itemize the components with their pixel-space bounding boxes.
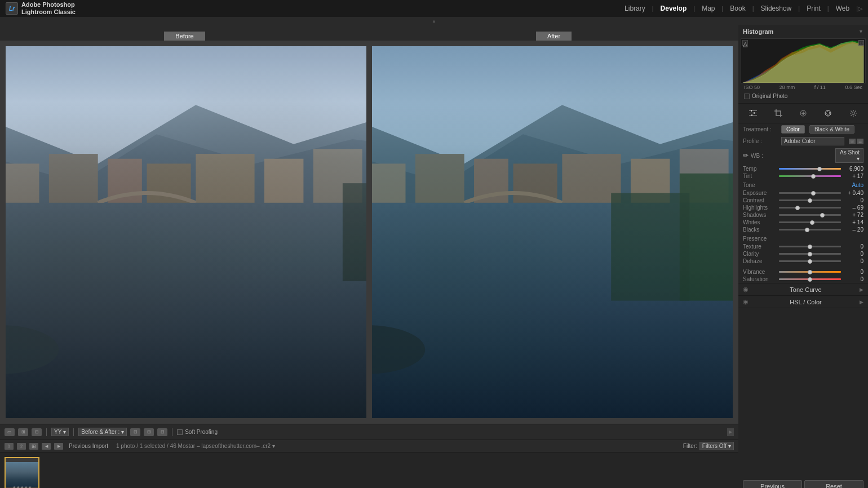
- soft-proofing-check[interactable]: [177, 429, 183, 435]
- toolbar-separator-1: [46, 428, 47, 436]
- texture-thumb[interactable]: [808, 245, 812, 249]
- compare-icon-1[interactable]: ⊡: [130, 428, 140, 436]
- highlights-thumb[interactable]: [795, 206, 800, 210]
- wb-section: ✏ WB : As Shot ▾: [738, 147, 868, 165]
- filter-dropdown[interactable]: Filters Off ▾: [699, 442, 734, 450]
- temp-slider[interactable]: [779, 168, 841, 170]
- clarity-slider[interactable]: [779, 253, 841, 255]
- after-photo-svg: [372, 46, 733, 418]
- wb-row: ✏ WB : As Shot ▾: [743, 148, 863, 163]
- svg-rect-5: [49, 154, 98, 203]
- tone-curve-eye-icon[interactable]: ◉: [743, 286, 752, 293]
- dehaze-label: Dehaze: [743, 258, 777, 264]
- texture-label: Texture: [743, 243, 777, 250]
- vibrance-slider[interactable]: [779, 271, 841, 273]
- crop-tool[interactable]: [771, 107, 786, 119]
- tint-thumb[interactable]: [811, 174, 816, 179]
- saturation-thumb[interactable]: [808, 277, 812, 282]
- histogram-warning-icons: △: [742, 40, 748, 46]
- before-label[interactable]: Before: [164, 32, 205, 41]
- original-photo-check[interactable]: [744, 94, 750, 99]
- histogram-expand-icon[interactable]: ▼: [858, 29, 863, 34]
- filmstrip-view-1[interactable]: 1: [5, 443, 14, 450]
- highlight-warning-icon[interactable]: △: [742, 40, 748, 46]
- treatment-color-btn[interactable]: Color: [781, 125, 805, 134]
- histogram-shutter: 0.6 Sec: [845, 85, 862, 90]
- view-mode-icon-2[interactable]: ⊞: [18, 428, 28, 436]
- tone-auto-btn[interactable]: Auto: [852, 182, 863, 188]
- dehaze-thumb[interactable]: [808, 259, 812, 264]
- shadows-slider[interactable]: [779, 214, 841, 216]
- temp-thumb[interactable]: [817, 167, 822, 171]
- hsl-eye-icon[interactable]: ◉: [743, 298, 752, 305]
- hsl-collapse-icon[interactable]: ▶: [860, 299, 863, 305]
- filmstrip-grid-btn[interactable]: ⊞: [29, 443, 38, 450]
- compare-icon-2[interactable]: ⊞: [144, 428, 154, 436]
- filmstrip-thumb-1[interactable]: ★ ★ ★ ★ ★: [5, 457, 39, 489]
- soft-proofing-checkbox[interactable]: Soft Proofing: [177, 429, 218, 435]
- heal-tool[interactable]: [796, 107, 811, 119]
- whites-thumb[interactable]: [810, 220, 814, 225]
- compare-icon-3[interactable]: ⊟: [157, 428, 167, 436]
- vibrance-slider-row: Vibrance 0: [738, 268, 868, 276]
- wb-value-dropdown[interactable]: As Shot ▾: [835, 148, 863, 163]
- nav-book[interactable]: Book: [723, 5, 752, 12]
- masking-tool[interactable]: [821, 107, 835, 119]
- nav-expand-icon[interactable]: ▷: [858, 5, 862, 12]
- zoom-dropdown[interactable]: YY ▾: [51, 428, 69, 436]
- nav-develop[interactable]: Develop: [654, 5, 694, 12]
- thumb-image-1: [6, 462, 38, 487]
- contrast-thumb[interactable]: [808, 198, 812, 203]
- vibrance-thumb[interactable]: [808, 270, 812, 274]
- previous-button[interactable]: Previous: [743, 480, 802, 488]
- histogram-chart: △ □: [741, 38, 866, 83]
- shadows-thumb[interactable]: [820, 213, 825, 218]
- histogram-corner-icon[interactable]: □: [858, 40, 864, 46]
- treatment-bw-btn[interactable]: Black & White: [809, 125, 854, 134]
- filmstrip-images: ★ ★ ★ ★ ★: [0, 452, 738, 488]
- exposure-thumb[interactable]: [811, 191, 816, 196]
- presence-label: Presence: [743, 236, 767, 242]
- reset-button[interactable]: Reset: [804, 480, 863, 488]
- nav-library[interactable]: Library: [618, 5, 652, 12]
- nav-map[interactable]: Map: [695, 5, 721, 12]
- saturation-slider[interactable]: [779, 278, 841, 280]
- whites-slider-row: Whites + 14: [738, 219, 868, 226]
- presence-section-header: Presence: [738, 233, 868, 243]
- contrast-slider[interactable]: [779, 199, 841, 201]
- toolbar-right-arrow[interactable]: ▶: [727, 428, 734, 436]
- wb-eyedropper[interactable]: ✏: [743, 152, 749, 159]
- after-photo-panel: [372, 46, 733, 418]
- filmstrip-view-2[interactable]: 2: [17, 443, 26, 450]
- dehaze-slider[interactable]: [779, 260, 841, 262]
- tint-slider[interactable]: [779, 175, 841, 177]
- histogram-header: Histogram ▼: [741, 27, 866, 36]
- settings-tool[interactable]: [846, 107, 861, 119]
- profile-value[interactable]: Adobe Color: [781, 137, 844, 145]
- toolbar-separator-2: [73, 428, 74, 436]
- texture-value: 0: [843, 243, 863, 250]
- highlights-slider[interactable]: [779, 207, 841, 208]
- texture-slider[interactable]: [779, 246, 841, 247]
- before-after-dropdown[interactable]: Before & After : ▾: [78, 428, 127, 436]
- profile-grid-icon[interactable]: ⊞: [849, 139, 856, 144]
- filmstrip-next-btn[interactable]: ▶: [54, 443, 63, 450]
- view-mode-icon-3[interactable]: ⊟: [32, 428, 42, 436]
- saturation-slider-row: Saturation 0: [738, 276, 868, 283]
- tone-curve-collapse-icon[interactable]: ▶: [860, 287, 863, 292]
- scroll-top-arrow[interactable]: ▲: [0, 17, 868, 25]
- blacks-slider[interactable]: [779, 229, 841, 230]
- filmstrip-prev-btn[interactable]: ◀: [42, 443, 51, 450]
- basic-adjustments-tool[interactable]: [746, 107, 760, 119]
- after-label[interactable]: After: [536, 32, 572, 41]
- view-mode-icon-1[interactable]: ▭: [5, 428, 15, 436]
- whites-slider[interactable]: [779, 221, 841, 223]
- nav-web[interactable]: Web: [829, 5, 856, 12]
- histogram-title: Histogram: [743, 28, 773, 35]
- clarity-thumb[interactable]: [808, 252, 812, 256]
- nav-print[interactable]: Print: [800, 5, 827, 12]
- blacks-thumb[interactable]: [805, 228, 809, 232]
- exposure-slider[interactable]: [779, 192, 841, 194]
- nav-slideshow[interactable]: Slideshow: [754, 5, 799, 12]
- profile-list-icon[interactable]: ☰: [857, 139, 863, 144]
